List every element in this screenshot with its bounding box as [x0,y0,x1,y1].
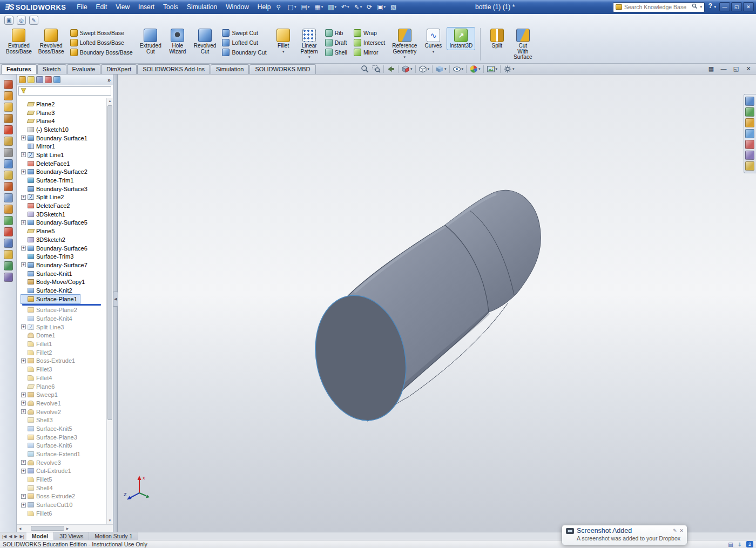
tree-item-sweep1[interactable]: +Sweep1 [21,390,106,399]
dropdown-icon[interactable]: ▾ [308,55,310,59]
configurationmanager-tab-icon[interactable] [36,76,43,83]
screen-capture-icon[interactable]: ▣ [4,16,14,25]
tree-item-surface-plane3[interactable]: Surface-Plane3 [21,433,106,442]
tree-item-surfacecut10[interactable]: +SurfaceCut10 [21,500,106,509]
expand-icon[interactable]: + [21,401,26,405]
expand-icon[interactable]: + [21,503,26,508]
tree-item-surface-knit1[interactable]: Surface-Knit1 [21,269,106,278]
dropbox-notification[interactable]: Screenshot Added ✎ ✕ A screenshot was ad… [562,525,687,545]
save-icon[interactable]: ▦▾ [313,3,325,11]
tree-item-surface-knit2[interactable]: Surface-Knit2 [21,286,106,295]
revolved-boss-base-button[interactable]: Revolved Boss/Base [36,27,67,56]
dropdown-icon[interactable]: ▾ [404,55,406,59]
first-tab-button[interactable]: |◀ [2,534,6,539]
print-icon[interactable]: ▥▾ [326,3,338,11]
notification-settings-icon[interactable]: ✎ [673,528,677,533]
rollback-bar[interactable] [22,304,101,306]
scroll-left-icon[interactable]: ◀ [17,526,23,530]
tree-item-plane5[interactable]: Plane5 [21,227,106,235]
left-tool-7-icon[interactable] [4,148,13,157]
dropdown-icon[interactable]: ▾ [433,50,435,54]
taskpane-file-explorer-icon[interactable] [745,118,754,127]
menu-window[interactable]: Window [221,2,253,12]
tree-item-boundary-surface5[interactable]: +Boundary-Surface5 [21,219,106,227]
expand-icon[interactable]: + [21,220,26,225]
zoom-to-fit-icon[interactable] [360,65,370,73]
expand-icon[interactable]: + [21,136,26,140]
help-button[interactable]: ? ▾ [708,2,716,10]
boundary-boss-base-button[interactable]: Boundary Boss/Base [70,49,133,56]
tree-item-dome1[interactable]: Dome1 [21,331,106,340]
menu-tools[interactable]: Tools [159,2,183,12]
tree-item-boundary-surface7[interactable]: +Boundary-Surface7 [21,261,106,269]
tab-solidworks-mbd[interactable]: SOLIDWORKS MBD [249,64,315,74]
tree-item-body-move-copy1[interactable]: Body-Move/Copy1 [21,278,106,286]
lofted-cut-button[interactable]: Lofted Cut [222,39,266,46]
annotation-icon[interactable]: ✎ [29,16,38,25]
tree-item-plane6[interactable]: Plane6 [21,382,106,391]
tab-model[interactable]: Model [26,532,54,540]
tab-features[interactable]: Features [1,64,37,74]
select-icon[interactable]: ⇖▾ [353,3,364,11]
tree-filter[interactable] [18,86,111,96]
instant3d-button[interactable]: Instant3D [447,27,475,50]
viewport-minimize-icon[interactable]: — [719,65,728,72]
viewport-restore-icon[interactable]: ◱ [732,65,740,72]
curves-button[interactable]: Curves▾ [421,27,446,55]
magnifier-lens-icon[interactable]: ◎ [17,16,26,25]
left-tool-10-icon[interactable] [4,182,13,191]
expand-icon[interactable]: + [21,324,26,329]
scroll-up-icon[interactable]: ▲ [107,98,113,104]
expand-icon[interactable]: + [21,409,26,414]
tree-item-surface-trim1[interactable]: Surface-Trim1 [21,176,106,185]
tab-sketch[interactable]: Sketch [37,64,66,74]
tree-item-surface-plane1[interactable]: Surface-Plane1 [21,295,80,303]
menu-simulation[interactable]: Simulation [183,2,221,12]
menu-insert[interactable]: Insert [134,2,159,12]
split-button[interactable]: Split [484,27,509,50]
taskpane-custom-properties-icon[interactable] [745,161,754,171]
expand-icon[interactable]: + [21,469,26,473]
tree-item-sketch10[interactable]: (-) Sketch10 [21,125,106,134]
tree-item-split-line1[interactable]: +Split Line1 [21,151,106,159]
tree-item-surface-plane2[interactable]: Surface-Plane2 [21,306,106,315]
graphics-viewport[interactable]: x Z [118,75,756,532]
taskpane-resources-icon[interactable] [745,97,754,106]
display-style-icon[interactable]: ▾ [434,65,448,73]
tree-item-plane3[interactable]: Plane3 [21,109,106,117]
search-dropdown-icon[interactable]: ▾ [700,5,702,9]
propertymanager-tab-icon[interactable] [28,76,35,83]
tree-item-deleteface1[interactable]: DeleteFace1 [21,159,106,168]
tree-item-cut-extrude1[interactable]: +Cut-Extrude1 [21,467,106,476]
bottle-model[interactable] [304,190,541,429]
pane-layout-icon[interactable]: ▦ [707,65,716,72]
expand-icon[interactable]: + [21,195,26,200]
expand-icon[interactable]: + [21,262,26,267]
left-tool-8-icon[interactable] [4,159,13,168]
section-view-icon[interactable]: ▾ [400,65,414,73]
menu-edit[interactable]: Edit [92,2,112,12]
tree-item-fillet2[interactable]: Fillet2 [21,348,106,357]
left-tool-5-icon[interactable] [4,125,13,134]
extruded-cut-button[interactable]: Extruded Cut [137,27,164,56]
featuremanager-tab-icon[interactable] [19,76,26,83]
tree-item-revolve2[interactable]: +Revolve2 [21,408,106,416]
search-icon[interactable] [692,3,698,11]
tree-item-plane4[interactable]: Plane4 [21,117,106,125]
left-tool-11-icon[interactable] [4,193,13,202]
lofted-boss-base-button[interactable]: Lofted Boss/Base [70,39,133,46]
expand-icon[interactable]: + [21,358,26,363]
viewport-close-icon[interactable]: ✕ [744,65,753,72]
boundary-cut-button[interactable]: Boundary Cut [222,49,266,56]
tree-horizontal-scrollbar[interactable]: ◀ ▶ [17,524,113,532]
intersect-button[interactable]: Intersect [354,39,385,46]
scrollbar-thumb[interactable] [107,105,112,420]
scroll-down-icon[interactable]: ▼ [107,518,113,524]
left-tool-4-icon[interactable] [4,114,13,123]
mirror-button[interactable]: Mirror [354,49,385,56]
left-tool-13-icon[interactable] [4,216,13,225]
zoom-to-area-icon[interactable] [371,65,382,73]
tab-solidworks-add-ins[interactable]: SOLIDWORKS Add-Ins [137,64,210,74]
tree-item-3dsketch1[interactable]: 3DSketch1 [21,210,106,219]
knowledge-search[interactable]: ▾ [613,2,705,12]
